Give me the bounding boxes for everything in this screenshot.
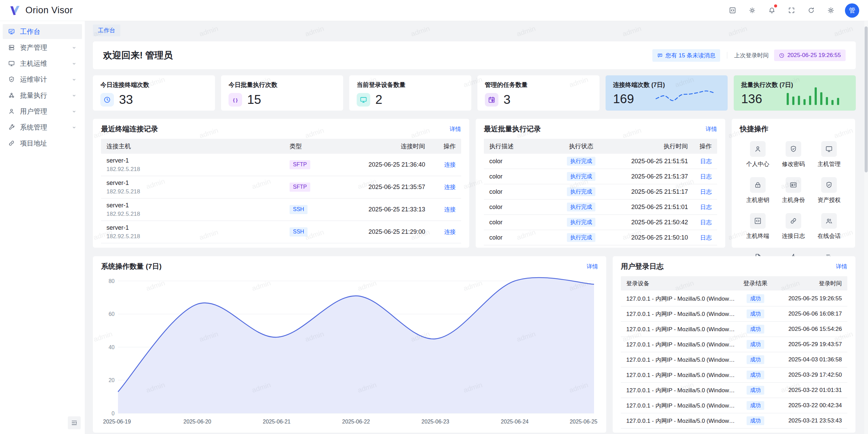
fullscreen-icon[interactable] bbox=[784, 3, 799, 18]
status-badge: 执行完成 bbox=[567, 187, 595, 196]
quickop-connect-log[interactable]: 连接日志 bbox=[775, 213, 811, 240]
stat-card-label: 今日连接终端次数 bbox=[100, 81, 208, 89]
quickop-online-session[interactable]: 在线会话 bbox=[811, 213, 847, 240]
sidebar-item-system-manage[interactable]: 系统管理 bbox=[3, 120, 82, 135]
exec-desc: color bbox=[489, 234, 556, 241]
exec-records-detail-link[interactable]: 详情 bbox=[706, 125, 717, 133]
quick-ops-grid: 个人中心修改密码主机管理主机密钥主机身份资产授权主机终端连接日志在线会话文件操作… bbox=[740, 141, 847, 276]
stat-card-label: 今日批量执行次数 bbox=[229, 81, 336, 89]
lock-icon bbox=[750, 177, 766, 193]
result-badge: 成功 bbox=[747, 325, 764, 334]
log-link[interactable]: 日志 bbox=[700, 173, 712, 180]
quickop-host-terminal[interactable]: 主机终端 bbox=[740, 213, 775, 240]
sidebar-item-workbench[interactable]: 工作台 bbox=[3, 24, 82, 39]
log-link[interactable]: 日志 bbox=[700, 204, 712, 210]
chevron-down-icon bbox=[72, 61, 77, 66]
column-header: 登录结果 bbox=[738, 279, 772, 287]
svg-text:{ }: { } bbox=[233, 97, 238, 102]
user-avatar[interactable]: 管 bbox=[845, 3, 859, 18]
sidebar-item-user-manage[interactable]: 用户管理 bbox=[3, 104, 82, 119]
sidebar-item-label: 资产管理 bbox=[20, 43, 47, 52]
link-icon bbox=[786, 213, 801, 229]
action-cell: 日志 bbox=[688, 157, 712, 165]
table-row: 127.0.0.1 - 内网IP - Mozilla/5.0 (Windows … bbox=[621, 398, 847, 413]
user-icon bbox=[750, 141, 766, 157]
connect-link[interactable]: 连接 bbox=[444, 162, 456, 168]
welcome-card: 欢迎回来! 管理员 您有 15 条未读消息 上次登录时间 2025-06-25 … bbox=[93, 41, 856, 69]
connect-time: 2025-06-25 21:33:13 bbox=[330, 206, 425, 213]
action-cell: 连接 bbox=[425, 206, 456, 213]
stat-card-value-row: 3 bbox=[485, 93, 592, 107]
column-header: 执行描述 bbox=[489, 142, 556, 150]
table-row: color执行完成2025-06-25 21:50:42日志 bbox=[484, 215, 717, 230]
code-icon[interactable] bbox=[725, 3, 740, 18]
table-row: server-1182.92.5.218SFTP2025-06-25 21:35… bbox=[101, 176, 461, 199]
divider bbox=[727, 52, 727, 59]
stat-card-value: 169 bbox=[613, 92, 634, 106]
quickop-label: 主机身份 bbox=[782, 196, 805, 204]
sidebar-item-host-ops[interactable]: 主机运维 bbox=[3, 56, 82, 71]
quickop-label: 在线会话 bbox=[817, 232, 841, 240]
sidebar-item-label: 主机运维 bbox=[20, 59, 47, 68]
bell-icon[interactable] bbox=[764, 3, 779, 18]
last-login-time-badge: 2025-06-25 19:26:55 bbox=[774, 50, 846, 61]
sidebar-item-batch-exec[interactable]: 批量执行 bbox=[3, 88, 82, 103]
sidebar-item-label: 项目地址 bbox=[20, 139, 47, 148]
unread-messages-badge[interactable]: 您有 15 条未读消息 bbox=[652, 49, 720, 62]
cluster-icon bbox=[8, 92, 15, 99]
table-row: 127.0.0.1 - 内网IP - Mozilla/5.0 (Windows … bbox=[621, 291, 847, 306]
terminal-records-card: 最近终端连接记录 详情 连接主机类型连接时间操作server-1182.92.5… bbox=[93, 119, 469, 248]
stat-card-value-row: 2 bbox=[357, 93, 464, 107]
type-badge: SFTP bbox=[290, 160, 310, 169]
table-header-row: 登录设备登录结果登录时间 bbox=[621, 276, 847, 290]
status-badge: 执行完成 bbox=[567, 157, 595, 166]
column-header: 连接主机 bbox=[106, 142, 290, 150]
connect-link[interactable]: 连接 bbox=[444, 184, 456, 190]
login-time: 2025-05-29 19:43:57 bbox=[772, 341, 842, 348]
log-link[interactable]: 日志 bbox=[700, 158, 712, 165]
quickop-label: 连接日志 bbox=[782, 232, 805, 240]
shield-icon bbox=[786, 141, 801, 157]
quickop-label: 资产授权 bbox=[817, 196, 841, 204]
last-login-time: 2025-06-25 19:26:55 bbox=[787, 52, 841, 59]
breadcrumb-item-workbench[interactable]: 工作台 bbox=[93, 24, 120, 36]
quickop-asset-grant[interactable]: 资产授权 bbox=[811, 177, 847, 204]
quickop-profile[interactable]: 个人中心 bbox=[740, 141, 775, 168]
quickop-host-key[interactable]: 主机密钥 bbox=[740, 177, 775, 204]
scrollbar-thumb[interactable] bbox=[865, 26, 868, 172]
login-log-detail-link[interactable]: 详情 bbox=[836, 263, 847, 270]
result-cell: 成功 bbox=[738, 309, 772, 318]
sidebar-collapse-button[interactable] bbox=[68, 416, 81, 429]
connect-link[interactable]: 连接 bbox=[444, 206, 456, 213]
login-log-card: 用户登录日志 详情 登录设备登录结果登录时间127.0.0.1 - 内网IP -… bbox=[613, 256, 855, 433]
login-device: 127.0.0.1 - 内网IP - Mozilla/5.0 (Windows … bbox=[626, 325, 738, 333]
host-ip: 182.92.5.218 bbox=[106, 188, 290, 195]
action-cell: 连接 bbox=[425, 183, 456, 191]
status-cell: 执行完成 bbox=[556, 203, 607, 211]
settings-icon[interactable] bbox=[823, 3, 838, 18]
terminal-trend-sparkline bbox=[651, 84, 720, 107]
vertical-scrollbar[interactable] bbox=[864, 21, 868, 434]
refresh-icon[interactable] bbox=[804, 3, 818, 18]
system-operations-detail-link[interactable]: 详情 bbox=[587, 263, 598, 270]
unread-messages-text: 您有 15 条未读消息 bbox=[666, 52, 715, 59]
svg-text:2025-06-24: 2025-06-24 bbox=[501, 419, 529, 424]
action-cell: 连接 bbox=[425, 161, 456, 169]
exec-desc: color bbox=[489, 173, 556, 180]
quickop-change-password[interactable]: 修改密码 bbox=[775, 141, 811, 168]
log-link[interactable]: 日志 bbox=[700, 234, 712, 241]
sidebar-item-project-link[interactable]: 项目地址 bbox=[3, 136, 82, 151]
stat-card-today-terminal-count: 今日连接终端次数33 bbox=[93, 75, 215, 111]
login-device: 127.0.0.1 - 内网IP - Mozilla/5.0 (Windows … bbox=[626, 310, 738, 318]
terminal-records-detail-link[interactable]: 详情 bbox=[450, 125, 461, 133]
theme-icon[interactable] bbox=[745, 3, 760, 18]
log-link[interactable]: 日志 bbox=[700, 189, 712, 195]
connect-link[interactable]: 连接 bbox=[444, 229, 456, 235]
quickop-host-identity[interactable]: 主机身份 bbox=[775, 177, 811, 204]
quickop-host-manage[interactable]: 主机管理 bbox=[811, 141, 847, 168]
sidebar-item-asset-manage[interactable]: 资产管理 bbox=[3, 40, 82, 55]
exec-desc: color bbox=[489, 158, 556, 165]
sidebar-item-ops-audit[interactable]: 运维审计 bbox=[3, 72, 82, 87]
log-link[interactable]: 日志 bbox=[700, 219, 712, 226]
login-time: 2025-06-06 16:08:17 bbox=[772, 310, 842, 317]
